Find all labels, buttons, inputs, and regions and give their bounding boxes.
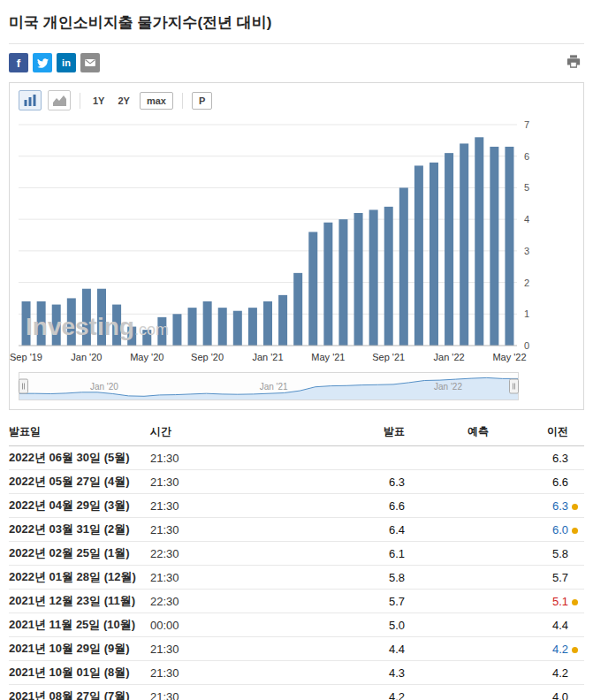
chart-navigator[interactable]: Jan '20 Jan '21 Jan '22 (19, 372, 519, 400)
table-row: 2021년 10월 29일 (9월)21:304.44.2 (9, 637, 584, 661)
x-axis-tick-label: Jan '20 (71, 352, 102, 362)
col-header-forecast[interactable]: 예측 (405, 419, 489, 446)
release-date: 2022년 05월 27일 (4월) (9, 470, 150, 494)
area-chart-icon (53, 95, 66, 106)
chart-bar[interactable] (172, 314, 181, 346)
navigator-label: Jan '20 (90, 382, 118, 392)
history-table: 발표일 시간 발표 예측 이전 2022년 06월 30일 (5월)21:306… (9, 419, 584, 700)
table-row: 2022년 05월 27일 (4월)21:306.36.6 (9, 470, 584, 494)
range-2y-button[interactable]: 2Y (114, 93, 133, 109)
y-axis-tick-label: 4 (524, 214, 529, 224)
forecast-value (405, 613, 489, 637)
previous-value: 5.8 (489, 542, 568, 566)
x-axis-tick-label: May '22 (492, 352, 526, 362)
table-row: 2022년 03월 31일 (2월)21:306.46.0 (9, 518, 584, 542)
col-header-actual[interactable]: 발표 (265, 419, 405, 446)
table-row: 2022년 04월 29일 (3월)21:306.66.3 (9, 494, 584, 518)
col-header-release-date[interactable]: 발표일 (9, 419, 150, 446)
chart-bar[interactable] (490, 147, 498, 346)
email-icon (84, 57, 96, 69)
actual-value: 5.7 (265, 590, 405, 613)
col-header-previous[interactable]: 이전 (489, 419, 568, 446)
chart-bar[interactable] (460, 143, 468, 346)
facebook-icon: f (17, 57, 20, 69)
forecast-value (405, 566, 489, 590)
y-axis-tick-label: 5 (524, 182, 529, 193)
release-time: 22:30 (150, 590, 265, 613)
chart-bar[interactable] (323, 223, 332, 346)
email-share-button[interactable] (80, 53, 100, 72)
facebook-share-button[interactable]: f (9, 53, 28, 72)
print-button[interactable] (563, 53, 584, 72)
chart-bar[interactable] (505, 147, 513, 346)
chart-bar[interactable] (338, 219, 347, 346)
chart-bar[interactable] (248, 308, 257, 346)
chart-bar[interactable] (218, 308, 227, 346)
previous-value: 4.4 (489, 613, 568, 637)
linkedin-share-button[interactable]: in (57, 53, 76, 72)
linkedin-icon: in (62, 58, 71, 68)
col-header-revised (568, 419, 584, 446)
chart-bar[interactable] (399, 187, 408, 346)
x-axis-tick-label: Sep '19 (10, 352, 42, 362)
chart-bar[interactable] (308, 232, 317, 346)
chart-bar[interactable] (233, 311, 242, 346)
x-axis-tick-label: Sep '21 (372, 352, 405, 362)
chart-bar[interactable] (293, 273, 302, 346)
chart-bar[interactable] (369, 209, 378, 346)
table-row: 2021년 11월 25일 (10월)00:005.04.4 (9, 613, 584, 637)
previous-value: 6.6 (489, 470, 568, 494)
release-time: 21:30 (150, 470, 265, 494)
forecast-value (405, 590, 489, 613)
navigator-right-handle[interactable] (509, 379, 519, 394)
col-header-time[interactable]: 시간 (150, 419, 265, 446)
column-chart-type-button[interactable] (19, 90, 42, 110)
table-row: 2021년 10월 01일 (8월)21:304.34.2 (9, 661, 584, 685)
compare-button[interactable]: P (192, 92, 212, 110)
chart-bar[interactable] (430, 163, 438, 346)
actual-value: 6.4 (265, 518, 405, 542)
range-1y-button[interactable]: 1Y (89, 93, 108, 109)
x-axis-tick-label: Sep '20 (191, 352, 224, 362)
navigator-left-handle[interactable] (19, 379, 28, 394)
previous-value: 5.1 (489, 590, 568, 613)
toolbar-separator (80, 93, 80, 109)
release-date: 2021년 10월 29일 (9월) (9, 637, 150, 661)
print-icon (565, 53, 582, 70)
chart-bar[interactable] (475, 137, 483, 346)
chart-bar[interactable] (384, 207, 393, 346)
twitter-share-button[interactable] (33, 53, 52, 72)
forecast-value (405, 685, 489, 700)
release-date: 2021년 12월 23일 (11월) (9, 590, 150, 613)
chart-bar[interactable] (414, 165, 423, 346)
forecast-value (405, 542, 489, 566)
previous-value: 5.7 (489, 566, 568, 590)
column-chart-icon (24, 95, 36, 106)
revised-indicator-cell (568, 685, 584, 700)
price-chart-svg: 01234567Sep '19Jan '20May '20Sep '20Jan … (10, 114, 583, 369)
chart-bar[interactable] (354, 213, 363, 346)
release-date: 2022년 01월 28일 (12월) (9, 566, 150, 590)
y-axis-tick-label: 6 (524, 151, 529, 162)
release-time: 22:30 (150, 542, 265, 566)
range-max-button[interactable]: max (140, 92, 173, 110)
chart-bar[interactable] (263, 301, 272, 346)
history-table-body: 2022년 06월 30일 (5월)21:306.32022년 05월 27일 … (9, 446, 584, 700)
x-axis-tick-label: Jan '21 (252, 352, 283, 362)
share-toolbar: f in (9, 44, 584, 80)
page-title: 미국 개인소비지출 물가지수(전년 대비) (9, 7, 584, 44)
revised-dot (572, 647, 578, 653)
chart-bar[interactable] (445, 153, 453, 346)
chart-bar[interactable] (203, 301, 212, 346)
actual-value (265, 446, 405, 470)
chart-bar[interactable] (188, 308, 197, 346)
release-date: 2022년 03월 31일 (2월) (9, 518, 150, 542)
y-axis-tick-label: 2 (524, 278, 529, 288)
chart-bar[interactable] (278, 295, 287, 346)
y-axis-tick-label: 1 (524, 308, 529, 319)
table-row: 2021년 08월 27일 (7월)21:304.24.0 (9, 685, 584, 700)
area-chart-type-button[interactable] (48, 90, 71, 110)
navigator-label: Jan '22 (434, 382, 462, 392)
twitter-icon (37, 57, 49, 69)
revised-indicator-cell (568, 494, 584, 518)
